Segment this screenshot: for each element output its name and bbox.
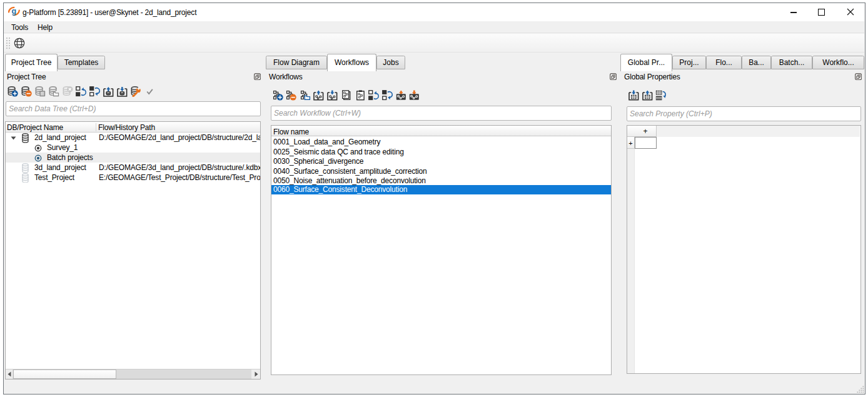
svg-text:g: g [11, 7, 16, 16]
